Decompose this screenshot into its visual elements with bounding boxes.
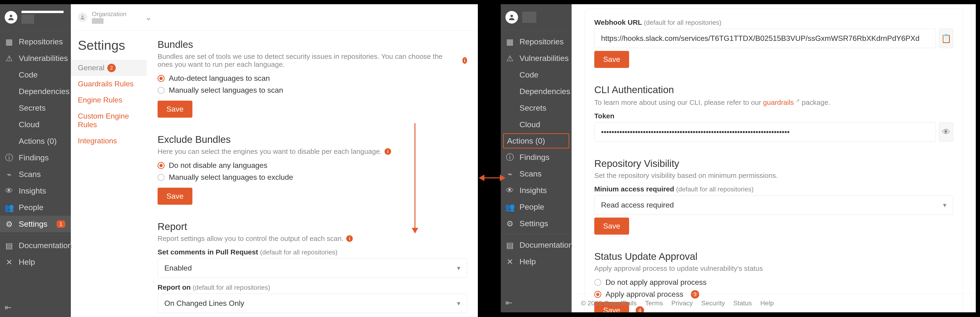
exclude-title: Exclude Bundles xyxy=(158,134,467,145)
cli-title: CLI Authentication xyxy=(594,84,953,95)
help-icon: ✕ xyxy=(6,258,13,266)
sidebar-item-people[interactable]: 👥People xyxy=(501,199,571,215)
reveal-button[interactable]: 👁 xyxy=(939,122,953,142)
save-button[interactable]: Save xyxy=(594,51,629,68)
avatar[interactable] xyxy=(506,11,518,24)
annotation-arrow-down xyxy=(415,123,415,233)
exclude-opt-manual[interactable]: Manually select languages to exclude xyxy=(158,173,467,182)
settings-card: Webhook URL (default for all repositorie… xyxy=(585,9,963,312)
reporton-select[interactable]: On Changed Lines Only xyxy=(158,294,467,313)
radio-icon xyxy=(158,87,165,94)
footer-link-help[interactable]: Help xyxy=(760,300,774,307)
tab-custom-engine-rules[interactable]: Custom Engine Rules xyxy=(71,108,147,133)
footer-link-status[interactable]: Status xyxy=(733,300,752,307)
status-opt-none[interactable]: Do not apply approval process xyxy=(594,278,953,287)
info-icon[interactable]: i xyxy=(385,148,391,155)
footer-link-privacy[interactable]: Privacy xyxy=(671,300,693,307)
left-screenshot: ▦Repositories ⚠Vulnerabilities Code Depe… xyxy=(0,4,478,317)
save-button[interactable]: Save xyxy=(158,101,192,118)
rss-icon: ⌁ xyxy=(6,171,13,178)
exclude-section: Exclude Bundles Here you can select the … xyxy=(158,134,467,205)
tab-integrations[interactable]: Integrations xyxy=(71,133,147,149)
save-button[interactable]: Save xyxy=(594,217,629,235)
org-sub-redacted xyxy=(22,14,34,24)
tab-engine-rules[interactable]: Engine Rules xyxy=(71,92,147,108)
org-name-redacted xyxy=(22,11,64,13)
visibility-section: Repository Visibility Set the repository… xyxy=(594,158,953,235)
clipboard-icon: 📋 xyxy=(941,33,951,43)
sidebar-item-dependencies[interactable]: Dependencies xyxy=(501,83,571,100)
svg-point-2 xyxy=(510,15,513,17)
token-input[interactable]: ••••••••••••••••••••••••••••••••••••••••… xyxy=(594,122,936,142)
sidebar-item-repositories[interactable]: ▦Repositories xyxy=(501,33,571,50)
svg-point-0 xyxy=(10,15,12,17)
collapse-icon[interactable]: ⇤ xyxy=(5,303,12,312)
sidebar-item-secrets[interactable]: Secrets xyxy=(501,100,571,116)
sidebar-item-scans[interactable]: ⌁Scans xyxy=(501,165,571,182)
sidebar-item-code[interactable]: Code xyxy=(501,67,571,83)
bundles-opt-manual[interactable]: Manually select languages to scan xyxy=(158,86,467,95)
gear-icon: ⚙ xyxy=(6,220,13,228)
sidebar-item-cloud[interactable]: Cloud xyxy=(0,116,71,133)
grid-icon: ▦ xyxy=(6,38,13,45)
bundles-opt-auto[interactable]: Auto-detect languages to scan xyxy=(158,74,467,82)
people-icon: 👥 xyxy=(506,204,513,211)
access-select[interactable]: Read access required xyxy=(594,195,953,215)
exclude-opt-none[interactable]: Do not disable any languages xyxy=(158,161,467,170)
doc-icon: ▤ xyxy=(6,242,13,249)
sidebar-item-scans[interactable]: ⌁Scans xyxy=(0,166,71,182)
gear-icon: ⚙ xyxy=(506,220,513,227)
footer-link-terms[interactable]: Terms xyxy=(645,300,663,307)
right-screenshot: ▦Repositories ⚠Vulnerabilities Code Depe… xyxy=(501,4,976,312)
warning-icon: ⚠ xyxy=(6,55,13,62)
info-icon: ⓘ xyxy=(6,154,13,161)
sidebar-item-findings[interactable]: ⓘFindings xyxy=(501,149,571,165)
report-section: Report Report settings allow you to cont… xyxy=(158,221,467,317)
svg-point-1 xyxy=(81,16,83,17)
comments-select[interactable]: Enabled xyxy=(158,258,467,278)
general-pill: 2 xyxy=(107,64,116,72)
info-icon[interactable]: i xyxy=(462,57,467,64)
sidebar-item-cloud[interactable]: Cloud xyxy=(501,116,571,133)
sidebar-item-documentation[interactable]: ▤Documentation xyxy=(0,237,71,254)
eye-icon: 👁 xyxy=(942,127,950,137)
sidebar-item-actions[interactable]: Actions (0) xyxy=(503,133,569,149)
eye-icon: 👁 xyxy=(6,187,13,195)
collapse-icon[interactable]: ⇤ xyxy=(506,298,512,307)
info-icon[interactable]: i xyxy=(346,235,353,242)
avatar[interactable] xyxy=(5,11,17,24)
sidebar-item-insights[interactable]: 👁Insights xyxy=(501,182,571,199)
save-button[interactable]: Save xyxy=(158,188,192,205)
sidebar-item-dependencies[interactable]: Dependencies xyxy=(0,83,71,100)
sidebar-item-insights[interactable]: 👁Insights xyxy=(0,182,71,199)
doc-icon: ▤ xyxy=(506,242,513,249)
page-title: Settings xyxy=(71,38,147,60)
sidebar-item-settings[interactable]: ⚙Settings xyxy=(501,215,571,232)
sidebar-item-people[interactable]: 👥People xyxy=(0,199,71,216)
webhook-url-input[interactable]: https://hooks.slack.com/services/T6TG1TT… xyxy=(594,29,936,48)
eye-icon: 👁 xyxy=(506,187,513,194)
radio-checked-icon xyxy=(158,75,165,82)
sidebar-item-help[interactable]: ✕Help xyxy=(0,254,71,270)
sidebar-item-code[interactable]: Code xyxy=(0,67,71,83)
sidebar-item-repositories[interactable]: ▦Repositories xyxy=(0,33,71,50)
sidebar-item-help[interactable]: ✕Help xyxy=(501,253,571,270)
sidebar-item-vulnerabilities[interactable]: ⚠Vulnerabilities xyxy=(501,50,571,67)
sidebar-item-vulnerabilities[interactable]: ⚠Vulnerabilities xyxy=(0,50,71,67)
org-name-redacted xyxy=(92,18,103,24)
footer-link-security[interactable]: Security xyxy=(702,300,725,307)
sidebar-item-actions[interactable]: Actions (0) xyxy=(0,133,71,149)
sidebar-item-settings[interactable]: ⚙Settings1 xyxy=(0,216,71,232)
org-selector-bar: Organization ⌄ xyxy=(71,4,478,30)
copyright: © 2022 GuardRails xyxy=(581,300,637,307)
sidebar-item-documentation[interactable]: ▤Documentation xyxy=(501,237,571,253)
guardrails-link[interactable]: guardrails xyxy=(763,98,794,106)
info-icon: ⓘ xyxy=(506,154,513,161)
copy-button[interactable]: 📋 xyxy=(939,29,953,48)
tab-general[interactable]: General2 xyxy=(71,60,147,76)
sidebar-item-secrets[interactable]: Secrets xyxy=(0,100,71,116)
sidebar: ▦Repositories ⚠Vulnerabilities Code Depe… xyxy=(501,4,571,312)
sidebar-item-findings[interactable]: ⓘFindings xyxy=(0,149,71,166)
tab-guardrails-rules[interactable]: Guardrails Rules xyxy=(71,76,147,92)
chevron-down-icon[interactable]: ⌄ xyxy=(145,13,152,22)
